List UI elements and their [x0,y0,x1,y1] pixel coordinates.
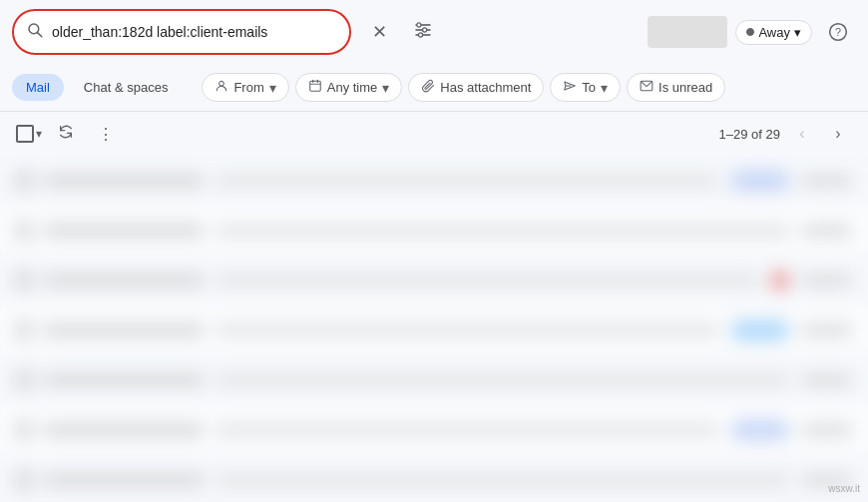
close-icon: ✕ [372,21,387,43]
chevron-down-icon: ▾ [601,80,608,96]
svg-rect-11 [309,81,320,91]
from-filter-chip[interactable]: From ▾ [202,73,288,102]
chevron-left-icon: ‹ [799,125,804,143]
toolbar-row: ▾ ⋮ 1–29 of 29 ‹ › [0,112,868,156]
svg-point-7 [418,32,422,36]
chevron-down-icon: ▾ [794,25,801,40]
tab-chat-label: Chat & spaces [84,80,169,95]
svg-point-5 [417,22,421,26]
send-icon [563,79,577,96]
help-button[interactable]: ? [820,14,856,50]
status-button[interactable]: Away ▾ [735,20,812,45]
status-dot-icon [746,28,754,36]
tab-mail-label: Mail [26,80,50,95]
search-box[interactable]: older_than:182d label:client-emails [12,9,351,55]
sliders-icon [413,20,433,45]
svg-line-1 [38,32,42,36]
tab-chat-spaces[interactable]: Chat & spaces [70,74,183,101]
anytime-filter-chip[interactable]: Any time ▾ [295,73,403,102]
tab-mail[interactable]: Mail [12,74,64,101]
select-dropdown-arrow[interactable]: ▾ [36,127,42,141]
search-query-text: older_than:182d label:client-emails [52,24,337,40]
more-options-icon: ⋮ [98,125,114,144]
mail-icon [640,79,653,96]
clear-search-button[interactable]: ✕ [359,12,399,52]
attachment-chip-label: Has attachment [440,80,531,95]
search-options-button[interactable] [403,12,443,52]
pagination-text: 1–29 of 29 [719,127,780,142]
select-all-area[interactable]: ▾ [16,125,42,143]
watermark: wsxw.it [828,483,860,494]
person-icon [215,79,228,96]
pagination-info: 1–29 of 29 ‹ › [719,120,852,148]
calendar-icon [308,79,322,96]
unread-chip-label: Is unread [658,80,712,95]
search-icon [26,21,44,44]
refresh-button[interactable] [50,118,82,150]
filter-bar: Mail Chat & spaces From ▾ Any time ▾ [0,64,868,112]
attachment-filter-chip[interactable]: Has attachment [408,73,544,102]
unread-filter-chip[interactable]: Is unread [627,73,725,102]
prev-page-button[interactable]: ‹ [788,120,816,148]
refresh-icon [58,124,74,144]
email-list [0,156,868,502]
top-bar: older_than:182d label:client-emails ✕ A [0,0,868,64]
to-chip-label: To [582,80,596,95]
blur-overlay [0,156,868,502]
svg-text:?: ? [835,26,841,38]
avatar [648,16,727,48]
chevron-down-icon: ▾ [382,80,389,96]
more-options-button[interactable]: ⋮ [90,118,122,150]
svg-point-10 [219,81,224,86]
chevron-down-icon: ▾ [269,80,276,96]
status-label: Away [758,25,790,40]
to-filter-chip[interactable]: To ▾ [550,73,621,102]
select-all-checkbox[interactable] [16,125,34,143]
chevron-right-icon: › [835,125,840,143]
svg-point-6 [423,27,427,31]
from-chip-label: From [233,80,263,95]
attachment-icon [421,79,435,96]
anytime-chip-label: Any time [327,80,378,95]
next-page-button[interactable]: › [824,120,852,148]
avatar-area: Away ▾ ? [648,14,856,50]
search-actions: ✕ [359,12,443,52]
